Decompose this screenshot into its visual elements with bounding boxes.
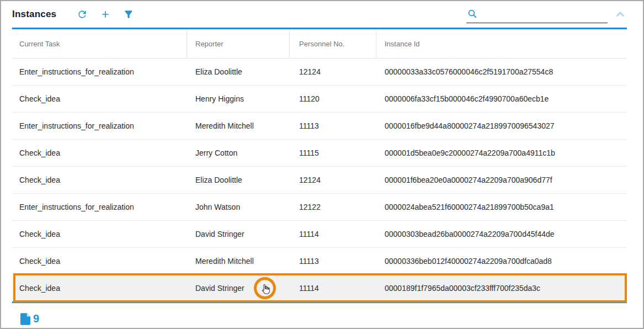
collapse-button[interactable] (614, 8, 626, 20)
cell-reporter: John Watson (187, 203, 290, 211)
cell-instance-id: 0000006fa33cf15b000046c2f4990700a60ecb1e (376, 94, 627, 103)
table-row[interactable]: Check_idea Eliza Doolittle 12124 000001f… (12, 167, 627, 194)
click-indicator (254, 277, 276, 299)
column-header-current-task: Current Task (12, 29, 187, 58)
table-body: Enter_instructions_for_realization Eliza… (12, 59, 627, 301)
cell-personnel-no: 11120 (290, 94, 376, 103)
column-header-reporter: Reporter (187, 29, 290, 58)
cell-personnel-no: 11113 (290, 257, 376, 266)
cell-reporter: Jerry Cotton (187, 148, 290, 157)
hand-cursor-icon (258, 282, 272, 295)
cell-personnel-no: 12124 (290, 176, 376, 184)
cell-instance-id: 0000024abea521f60000274a21899700b50ca9a1 (376, 203, 627, 211)
search-box (466, 6, 608, 23)
footer: 9 (1, 303, 643, 325)
table-header-row: Current Task Reporter Personnel No. Inst… (12, 29, 627, 59)
cell-current-task: Check_idea (12, 176, 187, 184)
table-row[interactable]: Check_idea David Stringer 11114 0000189f… (12, 275, 627, 301)
cell-reporter: David Stringer (187, 230, 290, 238)
table-row[interactable]: Check_idea David Stringer 11114 00000303… (12, 221, 627, 248)
cell-current-task: Check_idea (12, 284, 187, 293)
cell-instance-id: 000001f6bea20e0a0000274a2209a700a906d77f (376, 176, 627, 184)
document-icon (20, 313, 30, 325)
filter-button[interactable] (123, 9, 134, 20)
table-row[interactable]: Enter_instructions_for_realization Mered… (12, 113, 627, 140)
table-row[interactable]: Enter_instructions_for_realization Eliza… (12, 59, 627, 86)
instances-table: Current Task Reporter Personnel No. Inst… (12, 28, 627, 303)
cell-current-task: Enter_instructions_for_realization (12, 67, 187, 76)
add-button[interactable] (100, 9, 111, 20)
cell-current-task: Enter_instructions_for_realization (12, 203, 187, 211)
table-row[interactable]: Check_idea Henry Higgins 11120 0000006fa… (12, 86, 627, 113)
cell-personnel-no: 12122 (290, 203, 376, 211)
cell-current-task: Check_idea (12, 148, 187, 157)
search-icon (466, 9, 481, 19)
cell-instance-id: 0000189f1f7965da00003cf233fff700f235da3c (376, 284, 627, 293)
record-count: 9 (33, 312, 39, 325)
refresh-icon (77, 9, 88, 20)
plus-icon (100, 9, 111, 20)
column-header-personnel-no: Personnel No. (290, 29, 376, 58)
cell-reporter: Meredith Mitchell (187, 121, 290, 130)
search-input[interactable] (481, 9, 608, 19)
filter-funnel-icon (123, 9, 134, 20)
cell-personnel-no: 11113 (290, 121, 376, 130)
cell-current-task: Check_idea (12, 257, 187, 266)
table-row[interactable]: Check_idea Jerry Cotton 11115 000001d5be… (12, 140, 627, 167)
cell-reporter: Eliza Doolittle (187, 67, 290, 76)
cell-personnel-no: 11114 (290, 230, 376, 238)
cell-current-task: Check_idea (12, 230, 187, 238)
chevron-up-icon (614, 8, 626, 20)
cell-instance-id: 0000016fbe9d44a80000274a2189970096543027 (376, 121, 627, 130)
cell-personnel-no: 11114 (290, 284, 376, 293)
cell-instance-id: 00000033a33c0576000046c2f5191700a27554c8 (376, 67, 627, 76)
cell-reporter: Meredith Mitchell (187, 257, 290, 266)
cell-reporter: Henry Higgins (187, 94, 290, 103)
cell-personnel-no: 12124 (290, 67, 376, 76)
refresh-button[interactable] (77, 9, 88, 20)
page-title: Instances (12, 9, 56, 20)
cell-current-task: Check_idea (12, 94, 187, 103)
cell-personnel-no: 11115 (290, 148, 376, 157)
table-row[interactable]: Check_idea Meredith Mitchell 11113 00000… (12, 248, 627, 275)
cell-instance-id: 00000303bead26ba0000274a2209a700d45f44de (376, 230, 627, 238)
cell-reporter: Eliza Doolittle (187, 176, 290, 184)
cell-instance-id: 000001d5bea0e9c20000274a2209a700a4911c1b (376, 148, 627, 157)
toolbar: Instances (1, 1, 643, 28)
cell-current-task: Enter_instructions_for_realization (12, 121, 187, 130)
cell-instance-id: 00000336beb012f40000274a2209a700dfca0ad8 (376, 257, 627, 266)
instances-panel: Instances (0, 0, 644, 329)
table-row[interactable]: Enter_instructions_for_realization John … (12, 194, 627, 221)
column-header-instance-id: Instance Id (376, 29, 627, 58)
